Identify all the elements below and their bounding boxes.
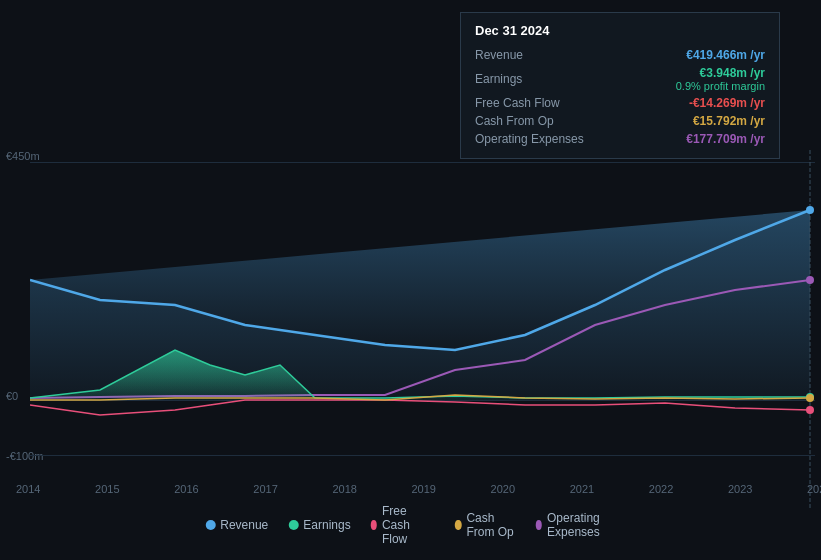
x-label-2017: 2017	[253, 483, 277, 495]
tooltip-row-operating-expenses: Operating Expenses€177.709m /yr	[475, 130, 765, 148]
chart-container: Dec 31 2024 Revenue€419.466m /yrEarnings…	[0, 0, 821, 560]
legend-label-operating-expenses: Operating Expenses	[547, 511, 616, 539]
legend-item-revenue[interactable]: Revenue	[205, 518, 268, 532]
x-label-2024: 2024	[807, 483, 821, 495]
x-label-2019: 2019	[412, 483, 436, 495]
x-label-2020: 2020	[491, 483, 515, 495]
legend-dot-free-cash-flow	[371, 520, 377, 530]
chart-legend: RevenueEarningsFree Cash FlowCash From O…	[205, 504, 616, 546]
chart-svg	[0, 150, 821, 510]
tooltip-label: Revenue	[475, 48, 595, 62]
tooltip-value: -€14.269m /yr	[689, 96, 765, 110]
svg-point-2	[806, 206, 814, 214]
legend-dot-earnings	[288, 520, 298, 530]
tooltip-row-cash-from-op: Cash From Op€15.792m /yr	[475, 112, 765, 130]
tooltip-value: €419.466m /yr	[686, 48, 765, 62]
legend-label-free-cash-flow: Free Cash Flow	[382, 504, 435, 546]
svg-point-5	[806, 406, 814, 414]
legend-dot-cash-from-op	[455, 520, 461, 530]
x-label-2021: 2021	[570, 483, 594, 495]
tooltip-row-free-cash-flow: Free Cash Flow-€14.269m /yr	[475, 94, 765, 112]
x-label-2015: 2015	[95, 483, 119, 495]
tooltip-sub: 0.9% profit margin	[676, 80, 765, 92]
legend-item-operating-expenses[interactable]: Operating Expenses	[536, 511, 616, 539]
tooltip-label: Operating Expenses	[475, 132, 595, 146]
legend-label-revenue: Revenue	[220, 518, 268, 532]
legend-label-cash-from-op: Cash From Op	[466, 511, 515, 539]
tooltip-value: €15.792m /yr	[693, 114, 765, 128]
legend-label-earnings: Earnings	[303, 518, 350, 532]
legend-item-free-cash-flow[interactable]: Free Cash Flow	[371, 504, 435, 546]
tooltip-value: €3.948m /yr	[700, 66, 765, 80]
tooltip-row-earnings: Earnings€3.948m /yr0.9% profit margin	[475, 64, 765, 94]
tooltip-date: Dec 31 2024	[475, 23, 765, 38]
tooltip-value: €177.709m /yr	[686, 132, 765, 146]
tooltip-row-revenue: Revenue€419.466m /yr	[475, 46, 765, 64]
legend-item-cash-from-op[interactable]: Cash From Op	[455, 511, 516, 539]
tooltip-label: Cash From Op	[475, 114, 595, 128]
x-label-2016: 2016	[174, 483, 198, 495]
x-label-2022: 2022	[649, 483, 673, 495]
legend-dot-operating-expenses	[536, 520, 542, 530]
x-label-2018: 2018	[332, 483, 356, 495]
tooltip-label: Free Cash Flow	[475, 96, 595, 110]
x-label-2014: 2014	[16, 483, 40, 495]
svg-point-6	[806, 394, 814, 402]
tooltip-label: Earnings	[475, 72, 595, 86]
svg-point-3	[806, 276, 814, 284]
legend-item-earnings[interactable]: Earnings	[288, 518, 350, 532]
tooltip-box: Dec 31 2024 Revenue€419.466m /yrEarnings…	[460, 12, 780, 159]
legend-dot-revenue	[205, 520, 215, 530]
x-label-2023: 2023	[728, 483, 752, 495]
